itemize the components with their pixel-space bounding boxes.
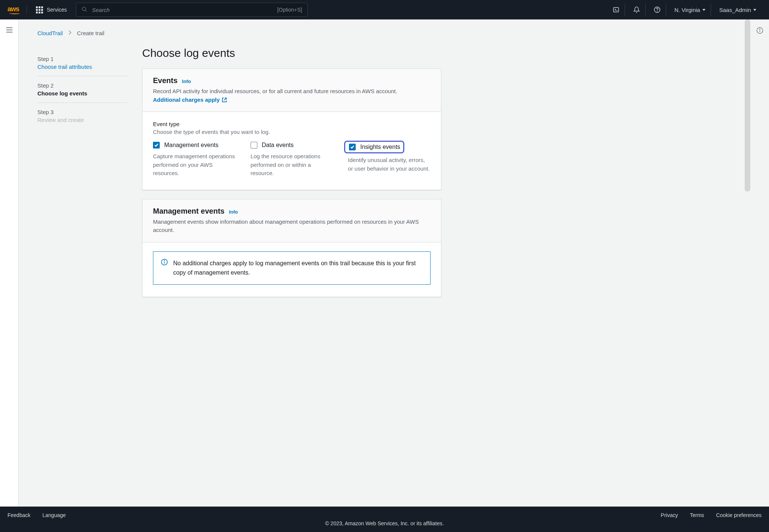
svg-point-15 (759, 29, 760, 29)
step-title: Choose trail attributes (37, 64, 127, 70)
search-shortcut-label: [Option+S] (277, 7, 302, 13)
info-link[interactable]: Info (182, 79, 191, 84)
cloudshell-button[interactable] (607, 3, 625, 16)
step-number: Step 1 (37, 56, 127, 62)
top-nav: aws Services [Option+S] N. Virginia Saas… (0, 0, 769, 19)
terms-link[interactable]: Terms (690, 512, 704, 518)
step-2: Step 2 Choose log events (37, 76, 127, 103)
svg-point-0 (82, 7, 86, 10)
event-type-insights: Insights events Identify unusual activit… (348, 142, 431, 178)
step-number: Step 2 (37, 82, 127, 89)
management-events-panel: Management events Info Management events… (142, 199, 441, 297)
checkbox-label: Data events (262, 142, 294, 149)
help-rail (750, 19, 769, 507)
scrollbar[interactable] (745, 19, 750, 192)
event-type-management: Management events Capture management ope… (153, 142, 236, 178)
step-3: Step 3 Review and create (37, 103, 127, 129)
panel-header: Events Info Record API activity for indi… (143, 69, 441, 112)
external-link-icon (222, 97, 227, 103)
search-bar[interactable]: [Option+S] (76, 3, 308, 17)
aws-logo[interactable]: aws (7, 5, 27, 14)
privacy-link[interactable]: Privacy (661, 512, 678, 518)
logo-text: aws (7, 5, 19, 13)
account-label: Saas_Admin (719, 7, 751, 13)
svg-line-9 (224, 98, 227, 100)
svg-point-5 (657, 11, 658, 12)
events-panel: Events Info Record API activity for indi… (142, 68, 441, 190)
step-title: Choose log events (37, 90, 127, 97)
grid-icon (36, 6, 43, 13)
section-description: Choose the type of events that you want … (153, 129, 431, 135)
panel-description: Record API activity for individual resou… (153, 88, 397, 94)
breadcrumb: CloudTrail Create trail (19, 19, 750, 39)
info-icon[interactable] (756, 27, 763, 34)
main-wrap: CloudTrail Create trail Step 1 Choose tr… (0, 19, 769, 507)
step-number: Step 3 (37, 109, 127, 115)
hamburger-button[interactable] (6, 27, 13, 34)
content-area: CloudTrail Create trail Step 1 Choose tr… (19, 19, 750, 507)
insights-events-checkbox[interactable] (349, 144, 356, 150)
notifications-button[interactable] (628, 3, 646, 16)
checkbox-label: Management events (164, 142, 218, 149)
data-events-checkbox[interactable] (251, 142, 257, 149)
cookie-preferences-link[interactable]: Cookie preferences (716, 512, 762, 518)
event-types-group: Management events Capture management ope… (153, 142, 431, 178)
info-icon (161, 259, 168, 267)
panel-body: Event type Choose the type of events tha… (143, 112, 441, 190)
link-text: Additional charges apply (153, 96, 220, 104)
footer: Feedback Language Privacy Terms Cookie p… (0, 507, 769, 532)
services-menu-button[interactable]: Services (31, 3, 71, 16)
panel-header: Management events Info Management events… (143, 199, 441, 242)
nav-right: N. Virginia Saas_Admin (607, 3, 762, 16)
region-selector[interactable]: N. Virginia (669, 4, 711, 16)
info-link[interactable]: Info (229, 209, 238, 215)
account-selector[interactable]: Saas_Admin (714, 4, 762, 16)
region-label: N. Virginia (674, 7, 700, 13)
event-type-description: Log the resource operations performed on… (251, 152, 333, 178)
panel-title: Events (153, 76, 178, 85)
info-alert: No additional charges apply to log manag… (153, 251, 431, 285)
caret-down-icon (702, 9, 705, 11)
panel-title: Management events (153, 207, 224, 215)
page-title: Choose log events (142, 47, 441, 59)
search-icon (82, 6, 88, 13)
services-label: Services (47, 7, 67, 13)
svg-line-1 (85, 10, 87, 12)
insights-highlight-box: Insights events (344, 141, 404, 153)
wizard-layout: Step 1 Choose trail attributes Step 2 Ch… (19, 39, 750, 306)
step-title: Review and create (37, 117, 127, 123)
language-link[interactable]: Language (42, 512, 65, 518)
search-input[interactable] (92, 7, 273, 13)
copyright-text: © 2023, Amazon Web Services, Inc. or its… (7, 520, 762, 526)
breadcrumb-current: Create trail (77, 30, 104, 36)
alert-text: No additional charges apply to log manag… (173, 259, 423, 278)
panel-description: Management events show information about… (153, 218, 431, 235)
breadcrumb-root-link[interactable]: CloudTrail (37, 30, 63, 36)
additional-charges-link[interactable]: Additional charges apply (153, 96, 227, 104)
feedback-link[interactable]: Feedback (7, 512, 30, 518)
svg-point-12 (164, 260, 165, 261)
wizard-steps: Step 1 Choose trail attributes Step 2 Ch… (37, 47, 127, 306)
step-1[interactable]: Step 1 Choose trail attributes (37, 50, 127, 76)
event-type-description: Identify unusual activity, errors, or us… (348, 156, 431, 173)
wizard-content: Choose log events Events Info Record API… (142, 47, 441, 306)
checkbox-label: Insights events (360, 144, 400, 150)
section-label: Event type (153, 121, 431, 127)
panel-body: No additional charges apply to log manag… (143, 242, 441, 297)
event-type-data: Data events Log the resource operations … (251, 142, 333, 178)
caret-down-icon (753, 9, 756, 11)
side-rail (0, 19, 19, 507)
event-type-description: Capture management operations performed … (153, 152, 236, 178)
management-events-checkbox[interactable] (153, 142, 160, 149)
chevron-right-icon (68, 30, 72, 36)
help-button[interactable] (649, 3, 666, 16)
